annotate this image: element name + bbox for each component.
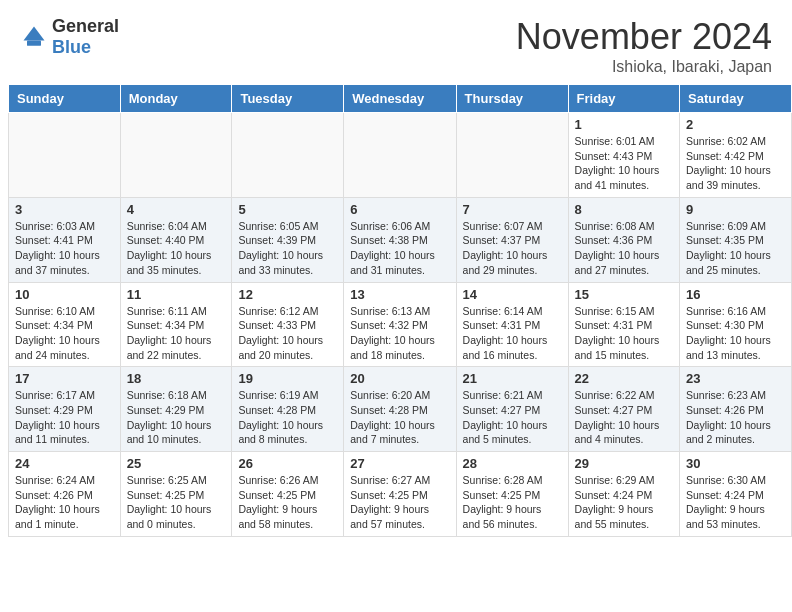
calendar-cell-w4-d5: 21Sunrise: 6:21 AM Sunset: 4:27 PM Dayli… (456, 367, 568, 452)
day-info: Sunrise: 6:26 AM Sunset: 4:25 PM Dayligh… (238, 473, 337, 532)
day-number: 20 (350, 371, 449, 386)
day-number: 12 (238, 287, 337, 302)
logo: General Blue (20, 16, 119, 58)
calendar-cell-w2-d1: 3Sunrise: 6:03 AM Sunset: 4:41 PM Daylig… (9, 197, 121, 282)
calendar-cell-w5-d5: 28Sunrise: 6:28 AM Sunset: 4:25 PM Dayli… (456, 452, 568, 537)
calendar-cell-w3-d2: 11Sunrise: 6:11 AM Sunset: 4:34 PM Dayli… (120, 282, 232, 367)
col-sunday: Sunday (9, 85, 121, 113)
day-info: Sunrise: 6:22 AM Sunset: 4:27 PM Dayligh… (575, 388, 673, 447)
calendar-cell-w1-d2 (120, 113, 232, 198)
col-saturday: Saturday (680, 85, 792, 113)
calendar-wrapper: Sunday Monday Tuesday Wednesday Thursday… (0, 84, 792, 545)
day-number: 16 (686, 287, 785, 302)
calendar-cell-w2-d3: 5Sunrise: 6:05 AM Sunset: 4:39 PM Daylig… (232, 197, 344, 282)
col-friday: Friday (568, 85, 679, 113)
calendar-cell-w2-d7: 9Sunrise: 6:09 AM Sunset: 4:35 PM Daylig… (680, 197, 792, 282)
calendar-cell-w3-d5: 14Sunrise: 6:14 AM Sunset: 4:31 PM Dayli… (456, 282, 568, 367)
calendar-cell-w5-d2: 25Sunrise: 6:25 AM Sunset: 4:25 PM Dayli… (120, 452, 232, 537)
calendar-cell-w4-d4: 20Sunrise: 6:20 AM Sunset: 4:28 PM Dayli… (344, 367, 456, 452)
month-title: November 2024 (516, 16, 772, 58)
calendar-cell-w5-d3: 26Sunrise: 6:26 AM Sunset: 4:25 PM Dayli… (232, 452, 344, 537)
day-number: 9 (686, 202, 785, 217)
calendar-cell-w5-d1: 24Sunrise: 6:24 AM Sunset: 4:26 PM Dayli… (9, 452, 121, 537)
day-number: 24 (15, 456, 114, 471)
calendar-cell-w1-d7: 2Sunrise: 6:02 AM Sunset: 4:42 PM Daylig… (680, 113, 792, 198)
calendar-cell-w5-d4: 27Sunrise: 6:27 AM Sunset: 4:25 PM Dayli… (344, 452, 456, 537)
day-number: 7 (463, 202, 562, 217)
day-number: 27 (350, 456, 449, 471)
calendar-cell-w3-d7: 16Sunrise: 6:16 AM Sunset: 4:30 PM Dayli… (680, 282, 792, 367)
day-number: 2 (686, 117, 785, 132)
week-row-1: 1Sunrise: 6:01 AM Sunset: 4:43 PM Daylig… (9, 113, 792, 198)
day-info: Sunrise: 6:29 AM Sunset: 4:24 PM Dayligh… (575, 473, 673, 532)
day-info: Sunrise: 6:08 AM Sunset: 4:36 PM Dayligh… (575, 219, 673, 278)
calendar-cell-w1-d5 (456, 113, 568, 198)
page-header: General Blue November 2024 Ishioka, Ibar… (0, 0, 792, 84)
day-info: Sunrise: 6:30 AM Sunset: 4:24 PM Dayligh… (686, 473, 785, 532)
day-number: 10 (15, 287, 114, 302)
day-info: Sunrise: 6:19 AM Sunset: 4:28 PM Dayligh… (238, 388, 337, 447)
calendar-cell-w2-d4: 6Sunrise: 6:06 AM Sunset: 4:38 PM Daylig… (344, 197, 456, 282)
logo-blue-text: Blue (52, 37, 91, 57)
week-row-3: 10Sunrise: 6:10 AM Sunset: 4:34 PM Dayli… (9, 282, 792, 367)
day-info: Sunrise: 6:09 AM Sunset: 4:35 PM Dayligh… (686, 219, 785, 278)
day-number: 22 (575, 371, 673, 386)
day-number: 14 (463, 287, 562, 302)
calendar-header: Sunday Monday Tuesday Wednesday Thursday… (9, 85, 792, 113)
calendar-cell-w4-d2: 18Sunrise: 6:18 AM Sunset: 4:29 PM Dayli… (120, 367, 232, 452)
calendar-cell-w1-d4 (344, 113, 456, 198)
calendar-cell-w4-d1: 17Sunrise: 6:17 AM Sunset: 4:29 PM Dayli… (9, 367, 121, 452)
calendar-cell-w5-d7: 30Sunrise: 6:30 AM Sunset: 4:24 PM Dayli… (680, 452, 792, 537)
day-info: Sunrise: 6:10 AM Sunset: 4:34 PM Dayligh… (15, 304, 114, 363)
logo-general-text: General (52, 16, 119, 36)
day-number: 19 (238, 371, 337, 386)
calendar-cell-w1-d1 (9, 113, 121, 198)
logo-icon (20, 23, 48, 51)
week-row-2: 3Sunrise: 6:03 AM Sunset: 4:41 PM Daylig… (9, 197, 792, 282)
day-number: 1 (575, 117, 673, 132)
day-info: Sunrise: 6:01 AM Sunset: 4:43 PM Dayligh… (575, 134, 673, 193)
week-row-4: 17Sunrise: 6:17 AM Sunset: 4:29 PM Dayli… (9, 367, 792, 452)
calendar-body: 1Sunrise: 6:01 AM Sunset: 4:43 PM Daylig… (9, 113, 792, 537)
calendar-cell-w1-d6: 1Sunrise: 6:01 AM Sunset: 4:43 PM Daylig… (568, 113, 679, 198)
day-info: Sunrise: 6:14 AM Sunset: 4:31 PM Dayligh… (463, 304, 562, 363)
day-number: 29 (575, 456, 673, 471)
day-info: Sunrise: 6:02 AM Sunset: 4:42 PM Dayligh… (686, 134, 785, 193)
calendar-cell-w3-d4: 13Sunrise: 6:13 AM Sunset: 4:32 PM Dayli… (344, 282, 456, 367)
day-info: Sunrise: 6:27 AM Sunset: 4:25 PM Dayligh… (350, 473, 449, 532)
svg-rect-1 (27, 41, 41, 46)
calendar-cell-w5-d6: 29Sunrise: 6:29 AM Sunset: 4:24 PM Dayli… (568, 452, 679, 537)
calendar-cell-w3-d3: 12Sunrise: 6:12 AM Sunset: 4:33 PM Dayli… (232, 282, 344, 367)
calendar-cell-w3-d6: 15Sunrise: 6:15 AM Sunset: 4:31 PM Dayli… (568, 282, 679, 367)
day-number: 4 (127, 202, 226, 217)
calendar-cell-w4-d7: 23Sunrise: 6:23 AM Sunset: 4:26 PM Dayli… (680, 367, 792, 452)
calendar-cell-w4-d3: 19Sunrise: 6:19 AM Sunset: 4:28 PM Dayli… (232, 367, 344, 452)
day-number: 26 (238, 456, 337, 471)
day-info: Sunrise: 6:25 AM Sunset: 4:25 PM Dayligh… (127, 473, 226, 532)
col-tuesday: Tuesday (232, 85, 344, 113)
calendar-cell-w1-d3 (232, 113, 344, 198)
day-info: Sunrise: 6:21 AM Sunset: 4:27 PM Dayligh… (463, 388, 562, 447)
day-number: 18 (127, 371, 226, 386)
day-info: Sunrise: 6:23 AM Sunset: 4:26 PM Dayligh… (686, 388, 785, 447)
svg-marker-0 (24, 27, 45, 41)
day-info: Sunrise: 6:03 AM Sunset: 4:41 PM Dayligh… (15, 219, 114, 278)
day-number: 8 (575, 202, 673, 217)
day-info: Sunrise: 6:15 AM Sunset: 4:31 PM Dayligh… (575, 304, 673, 363)
day-info: Sunrise: 6:24 AM Sunset: 4:26 PM Dayligh… (15, 473, 114, 532)
calendar-table: Sunday Monday Tuesday Wednesday Thursday… (8, 84, 792, 537)
day-number: 25 (127, 456, 226, 471)
day-info: Sunrise: 6:13 AM Sunset: 4:32 PM Dayligh… (350, 304, 449, 363)
week-row-5: 24Sunrise: 6:24 AM Sunset: 4:26 PM Dayli… (9, 452, 792, 537)
day-number: 13 (350, 287, 449, 302)
day-number: 15 (575, 287, 673, 302)
day-info: Sunrise: 6:17 AM Sunset: 4:29 PM Dayligh… (15, 388, 114, 447)
day-number: 30 (686, 456, 785, 471)
calendar-cell-w3-d1: 10Sunrise: 6:10 AM Sunset: 4:34 PM Dayli… (9, 282, 121, 367)
day-number: 21 (463, 371, 562, 386)
calendar-cell-w2-d6: 8Sunrise: 6:08 AM Sunset: 4:36 PM Daylig… (568, 197, 679, 282)
col-wednesday: Wednesday (344, 85, 456, 113)
day-info: Sunrise: 6:12 AM Sunset: 4:33 PM Dayligh… (238, 304, 337, 363)
calendar-cell-w4-d6: 22Sunrise: 6:22 AM Sunset: 4:27 PM Dayli… (568, 367, 679, 452)
title-section: November 2024 Ishioka, Ibaraki, Japan (516, 16, 772, 76)
